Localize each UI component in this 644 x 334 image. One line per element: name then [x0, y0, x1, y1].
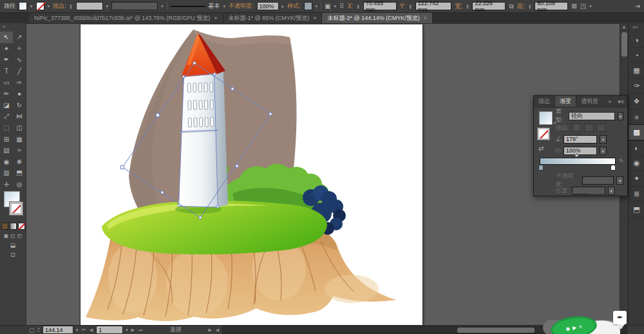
- pencil-tool-icon[interactable]: ✏: [0, 88, 13, 100]
- shape-builder-tool-icon[interactable]: ◫: [13, 122, 26, 134]
- free-transform-tool-icon[interactable]: ⬚: [0, 122, 13, 134]
- color-mode-button[interactable]: [1, 223, 8, 230]
- isolate-icon[interactable]: ◳: [580, 3, 586, 10]
- gradient-stroke-proxy[interactable]: [538, 128, 549, 140]
- annotation-pen-icon[interactable]: ✒: [613, 311, 627, 324]
- more-options-dropdown-icon[interactable]: ▾: [589, 4, 592, 9]
- artwork-illustration[interactable]: [80, 24, 424, 325]
- artboards-panel-icon[interactable]: ⬒: [629, 202, 644, 218]
- opacity-field[interactable]: 100%: [257, 2, 279, 10]
- curvature-tool-icon[interactable]: ∿: [13, 54, 26, 66]
- grass-mound[interactable]: [102, 201, 327, 254]
- height-stepper[interactable]: ▲▼: [528, 4, 531, 9]
- eraser-tool-icon[interactable]: ◪: [0, 100, 13, 111]
- opacity-label[interactable]: 不透明度:: [229, 2, 254, 10]
- edit-toolbar-icon[interactable]: ⊡: [0, 252, 26, 258]
- constrain-proportions-icon[interactable]: ⧉: [509, 3, 513, 10]
- style-swatch[interactable]: [304, 2, 312, 10]
- gradient-swatch-dropdown-icon[interactable]: ▾: [554, 120, 556, 125]
- gradient-angle-field[interactable]: 179°: [564, 135, 597, 144]
- style-dropdown-icon[interactable]: ▾: [316, 4, 318, 9]
- gradient-panel-icon[interactable]: ▩: [629, 125, 644, 140]
- stroke-weight-stepper[interactable]: ▲▼: [70, 4, 73, 9]
- gradient-mode-button[interactable]: [10, 223, 17, 230]
- gradient-fill-swatch[interactable]: [539, 111, 553, 125]
- first-artboard-icon[interactable]: ⏮: [81, 328, 86, 333]
- tab-transparency[interactable]: 透明度: [576, 96, 603, 107]
- stroke-swatch[interactable]: [36, 2, 44, 10]
- paintbrush-tool-icon[interactable]: ✑: [13, 77, 26, 88]
- tab-stroke[interactable]: 描边: [534, 96, 554, 107]
- draw-behind-icon[interactable]: ◱: [10, 233, 15, 239]
- swatches-panel-icon[interactable]: ▦: [629, 63, 644, 79]
- document-setup-dropdown-icon[interactable]: ▾: [334, 4, 337, 9]
- gradient-slider-bar[interactable]: [540, 158, 616, 165]
- hscroll-left-icon[interactable]: ◀: [215, 328, 220, 333]
- color-panel-icon[interactable]: ◑: [629, 32, 644, 48]
- stroke-dropdown-icon[interactable]: ▾: [48, 4, 50, 9]
- direct-selection-tool-icon[interactable]: ↗: [13, 32, 26, 43]
- artboard-dropdown-icon[interactable]: ▾: [126, 328, 128, 333]
- tab-close-icon[interactable]: ×: [313, 15, 316, 21]
- perspective-grid-tool-icon[interactable]: ⊞: [0, 133, 13, 145]
- height-field[interactable]: 80.109 mm: [535, 2, 568, 10]
- rotate-tool-icon[interactable]: ↻: [13, 100, 26, 111]
- vertical-scroll-thumb[interactable]: [621, 32, 627, 57]
- y-stepper[interactable]: ▲▼: [409, 4, 412, 9]
- eyedropper-tool-icon[interactable]: ✧: [13, 145, 26, 156]
- type-dropdown-icon[interactable]: ▾: [618, 112, 623, 120]
- width-stepper[interactable]: ▲▼: [466, 4, 469, 9]
- zoom-tool-icon[interactable]: ◎: [13, 179, 26, 190]
- brush-definition-value[interactable]: 基本: [209, 2, 220, 10]
- canvas-pasteboard[interactable]: [26, 23, 620, 325]
- panel-menu-icon[interactable]: ▾≡: [614, 96, 627, 107]
- layers-panel-icon[interactable]: ≣: [629, 187, 644, 202]
- gradient-stop-right[interactable]: [611, 165, 616, 171]
- aspect-dropdown-icon[interactable]: ▾: [600, 147, 607, 155]
- stroke-panel-icon[interactable]: ≡: [629, 109, 644, 125]
- width-profile-dropdown[interactable]: [111, 2, 158, 10]
- reference-point-grid-icon[interactable]: ⠿: [339, 3, 344, 10]
- artboard-number-field[interactable]: 1: [96, 326, 123, 334]
- panel-resize-grip[interactable]: [572, 193, 590, 195]
- magic-wand-tool-icon[interactable]: ✦: [0, 43, 13, 55]
- column-graph-tool-icon[interactable]: ▥: [0, 167, 13, 179]
- zoom-level-field[interactable]: 144.14: [43, 326, 73, 334]
- tools-collapse-icon[interactable]: «: [0, 23, 26, 32]
- draw-normal-icon[interactable]: ▣: [4, 233, 9, 239]
- zoom-dropdown-icon[interactable]: ▾: [76, 328, 79, 333]
- screen-mode-button[interactable]: ⬓: [0, 242, 26, 248]
- pen-tool-icon[interactable]: ✒: [0, 54, 13, 66]
- horizontal-scroll-thumb[interactable]: [457, 328, 535, 333]
- width-profile-dropdown-icon[interactable]: ▾: [161, 4, 164, 9]
- artboard[interactable]: [80, 24, 423, 325]
- selection-tool-icon[interactable]: ↖: [0, 32, 13, 43]
- blend-tool-icon[interactable]: ◉: [0, 156, 13, 168]
- artboard-tool-icon[interactable]: ⬒: [13, 167, 26, 179]
- stroke-along-button[interactable]: ◠: [584, 124, 594, 132]
- shear-icon[interactable]: ⊠: [571, 3, 576, 10]
- tab-gradient[interactable]: 渐变: [554, 96, 576, 107]
- edit-gradient-icon[interactable]: ✎: [619, 158, 624, 164]
- width-tool-icon[interactable]: ⋈: [13, 111, 26, 122]
- aspect-ratio-field[interactable]: 100%: [564, 147, 597, 155]
- document-setup-icon[interactable]: ▣: [325, 3, 330, 10]
- panel-expand-icon[interactable]: »: [605, 96, 614, 107]
- artboard-nav-icon[interactable]: ▢: [29, 327, 35, 333]
- width-field[interactable]: 22.226 mm: [472, 2, 506, 10]
- panel-collapse-icon[interactable]: ⇥: [635, 3, 640, 10]
- stroke-weight-label[interactable]: 描边:: [53, 2, 66, 10]
- dock-expand-icon[interactable]: ««: [629, 23, 644, 32]
- type-tool-icon[interactable]: T: [0, 66, 13, 77]
- hand-tool-icon[interactable]: ✛: [0, 179, 13, 190]
- x-position-field[interactable]: 70.455 mm: [363, 2, 397, 10]
- stroke-across-button[interactable]: ◡: [596, 124, 606, 132]
- fill-dropdown-icon[interactable]: ▾: [30, 4, 33, 9]
- document-tab-1[interactable]: NiPic_377395_406b9cdd7b17c93b.ai* @ 143.…: [29, 13, 223, 23]
- stroke-within-button[interactable]: ▯: [572, 124, 582, 132]
- status-menu-icon[interactable]: ▶: [207, 328, 212, 333]
- symbol-sprayer-tool-icon[interactable]: ❋: [13, 156, 26, 168]
- none-mode-button[interactable]: [18, 223, 25, 230]
- stroke-weight-dropdown-icon[interactable]: ▾: [106, 4, 109, 9]
- mesh-tool-icon[interactable]: ▦: [13, 133, 26, 145]
